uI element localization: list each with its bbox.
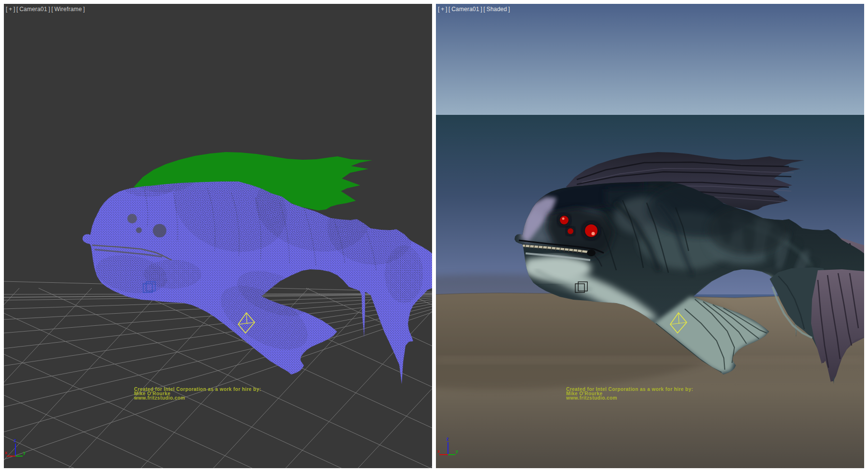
svg-text:www.fritzstudio.com: www.fritzstudio.com [566, 395, 617, 401]
svg-text:x: x [5, 450, 7, 455]
svg-text:x: x [437, 449, 440, 454]
svg-text:www.fritzstudio.com: www.fritzstudio.com [134, 395, 185, 401]
svg-text:z: z [447, 436, 449, 442]
svg-text:y: y [23, 450, 26, 455]
svg-text:y: y [456, 449, 458, 454]
svg-text:z: z [14, 438, 16, 443]
